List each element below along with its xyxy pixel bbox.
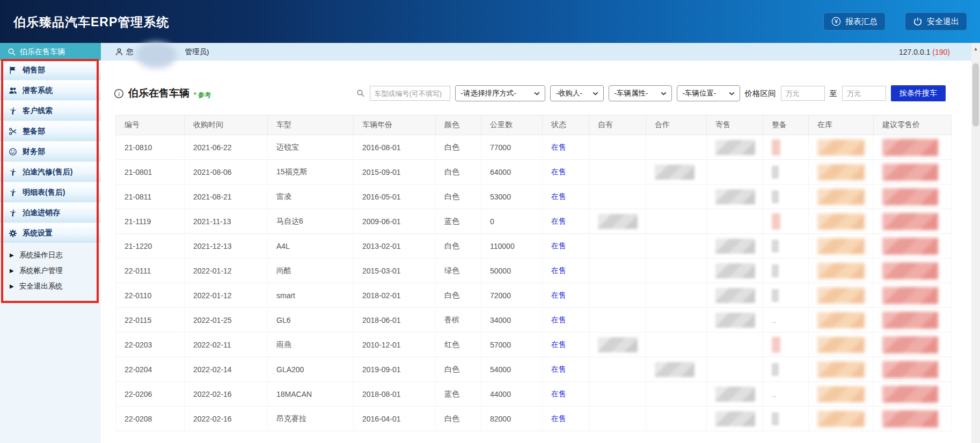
cell-mileage: 53000 (481, 184, 543, 209)
sidebar-subitem-safe-exit-system[interactable]: ▶安全退出系统 (0, 278, 101, 294)
sidebar-item-prep-dept[interactable]: 整备部 (0, 122, 101, 142)
column-header: 自有 (589, 115, 646, 135)
cell-own (589, 333, 646, 357)
cell-purchase_date: 2021-08-06 (185, 160, 268, 184)
cell-model: 18MACAN (268, 382, 354, 407)
cell-suggested-price (874, 333, 952, 357)
cell-mileage: 77000 (481, 135, 543, 160)
cell-suggested-price (874, 283, 952, 308)
sidebar-item-label: 泊途汽修(售后) (23, 167, 72, 177)
redacted-stock-block (817, 361, 865, 378)
status-link[interactable]: 在售 (551, 241, 566, 250)
cell-year: 2016-04-01 (354, 407, 436, 431)
cell-suggested-price (874, 308, 952, 333)
status-link[interactable]: 在售 (551, 291, 566, 299)
sidebar-subitem-label: 系统操作日志 (19, 250, 63, 260)
sidebar-item-botu-inventory[interactable]: 泊途进销存 (0, 203, 101, 224)
table-row: 21-12202021-12-13A4L2013-02-01白色110000在售 (116, 234, 952, 259)
cell-coop (646, 135, 707, 160)
status-link[interactable]: 在售 (551, 266, 566, 275)
cell-status: 在售 (543, 407, 589, 431)
sidebar-item-detail-sheet-aftersales[interactable]: 明细表(售后) (0, 183, 101, 203)
cell-suggested-price (874, 160, 952, 184)
sidebar-active-label: 伯乐在售车辆 (20, 47, 65, 57)
redacted-price-block (882, 139, 938, 156)
status-link[interactable]: 在售 (551, 340, 566, 349)
cell-purchase_date: 2022-02-11 (185, 333, 268, 357)
cell-purchase_date: 2022-02-16 (185, 407, 268, 431)
cell-year: 2010-12-01 (354, 333, 436, 357)
scroll-up-arrow-icon[interactable]: ▲ (971, 43, 980, 51)
cell-coop (646, 259, 707, 283)
sidebar-subitem-system-operation-log[interactable]: ▶系统操作日志 (0, 247, 101, 263)
status-link[interactable]: 在售 (551, 217, 566, 225)
cell-color: 白色 (436, 160, 481, 184)
redacted-prep-mark (772, 190, 779, 203)
buyer-select[interactable]: -收购人- (550, 85, 604, 101)
table-row: 22-02042022-02-14GLA2002019-09-01白色54000… (116, 357, 952, 382)
ip-count: (190) (932, 48, 950, 56)
sidebar-item-botu-repair-aftersales[interactable]: 泊途汽修(售后) (0, 163, 101, 183)
cell-own (589, 357, 646, 382)
sidebar-item-label: 财务部 (23, 147, 45, 157)
cell-color: 白色 (436, 184, 481, 209)
cell-suggested-price (874, 184, 952, 209)
safe-exit-button[interactable]: 安全退出 (905, 12, 967, 31)
vehicle-location-select[interactable]: -车辆位置- (677, 85, 740, 101)
status-link[interactable]: 在售 (551, 192, 566, 201)
button-label: 安全退出 (927, 17, 959, 27)
redacted-price-block (882, 336, 938, 353)
sidebar-item-customer-leads[interactable]: 客户线索 (0, 101, 101, 122)
cell-prep (763, 333, 809, 357)
status-link[interactable]: 在售 (551, 389, 566, 398)
cell-status: 在售 (543, 283, 589, 308)
scrollbar[interactable]: ▲ (971, 43, 980, 443)
sidebar-item-label: 明细表(售后) (23, 188, 65, 197)
price-min-input[interactable] (781, 86, 825, 101)
redacted-price-block (882, 386, 938, 403)
sidebar-item-prospect-system[interactable]: 潜客系统 (0, 81, 101, 101)
search-input[interactable] (370, 86, 450, 101)
status-link[interactable]: 在售 (551, 315, 566, 324)
redacted-consignment-block (715, 140, 755, 155)
cell-color: 白色 (436, 283, 481, 308)
price-max-input[interactable] (842, 86, 886, 101)
search-by-criteria-button[interactable]: 按条件搜车 (891, 85, 946, 101)
status-link[interactable]: 在售 (551, 143, 566, 151)
cell-coop (646, 308, 707, 333)
redacted-partner-block (655, 362, 694, 377)
cell-color: 香槟 (436, 308, 481, 333)
cell-model: 马自达6 (268, 209, 354, 234)
cell-prep (763, 135, 809, 160)
sidebar-active-item[interactable]: 伯乐在售车辆 (0, 43, 101, 61)
status-link[interactable]: 在售 (551, 414, 566, 423)
redacted-partner-block (655, 165, 694, 180)
page-title-row: i 伯乐在售车辆 * 参考 (114, 86, 211, 100)
cell-suggested-price (874, 407, 952, 431)
sidebar-item-label: 泊途进销存 (23, 208, 60, 218)
redacted-stock-block (817, 386, 865, 402)
sidebar-subitem-system-account-management[interactable]: ▶系统帐户管理 (0, 263, 101, 278)
report-summary-button[interactable]: ¥报表汇总 (823, 12, 886, 31)
vehicle-attribute-select[interactable]: -车辆属性- (609, 85, 672, 101)
sidebar-item-system-settings[interactable]: 系统设置 (0, 224, 101, 244)
cell-coop (646, 184, 707, 209)
redacted-prep-mark (772, 213, 780, 230)
sort-select[interactable]: -请选择排序方式- (455, 85, 545, 101)
status-link[interactable]: 在售 (551, 365, 566, 373)
sidebar-item-sales-dept[interactable]: 销售部 (0, 61, 101, 81)
cell-status: 在售 (543, 234, 589, 259)
redacted-consignment-block (715, 313, 755, 328)
flag-icon (8, 66, 18, 75)
sidebar-item-finance-dept[interactable]: 财务部 (0, 142, 101, 163)
cell-own (589, 382, 646, 407)
cell-coop (646, 234, 707, 259)
cell-year: 2016-08-01 (354, 135, 436, 160)
chevron-down-icon (534, 92, 540, 95)
cell-model: 昂克赛拉 (268, 407, 354, 431)
cell-model: A4L (268, 234, 354, 259)
redacted-price-block (882, 361, 938, 378)
redacted-price-block (882, 213, 938, 230)
scrollbar-thumb[interactable] (972, 63, 979, 127)
status-link[interactable]: 在售 (551, 167, 566, 176)
